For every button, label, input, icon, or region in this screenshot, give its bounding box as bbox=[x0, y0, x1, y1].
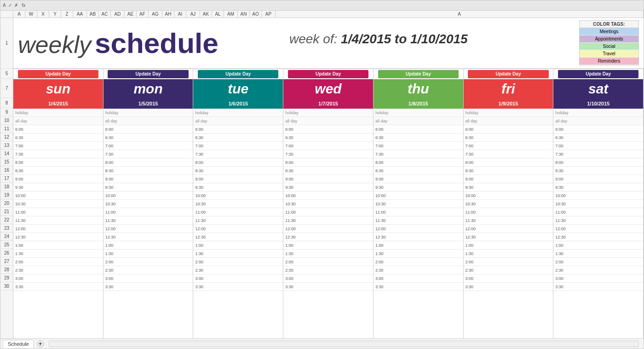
color-tags-box: COLOR TAGS: Meetings Appointments Social… bbox=[579, 20, 639, 65]
row-num-9: 9 bbox=[0, 108, 13, 116]
horizontal-scrollbar[interactable] bbox=[49, 341, 639, 347]
col-header-af: AF bbox=[137, 11, 149, 17]
sheet-tab-schedule[interactable]: Schedule bbox=[3, 340, 34, 348]
day-column-thu: Update Day thu 1/8/2015 holiday all day … bbox=[374, 69, 464, 338]
color-tag-reminders: Reminders bbox=[580, 58, 638, 65]
color-tag-travel: Travel bbox=[580, 50, 638, 58]
col-header-w: W bbox=[25, 11, 37, 17]
update-day-row-sun: Update Day bbox=[13, 69, 103, 79]
row-num-5: 5 bbox=[0, 69, 13, 79]
bottom-bar: Schedule + bbox=[0, 338, 644, 349]
spreadsheet-wrapper: A ✓ ✗ fx A W X Y Z AA AB AC AD AE AF AG … bbox=[0, 0, 644, 349]
day-date-thu: 1/8/2015 bbox=[374, 99, 463, 109]
time-row-930: 9:30 bbox=[13, 183, 103, 192]
time-row-100: 1:00 bbox=[13, 241, 103, 250]
top-bar: A ✓ ✗ fx bbox=[0, 0, 644, 11]
time-row-800: 8:00 bbox=[13, 158, 103, 167]
update-day-row-thu: Update Day bbox=[374, 69, 463, 79]
color-tag-social: Social bbox=[580, 43, 638, 50]
title-cursive-text: weekly bbox=[18, 31, 91, 58]
row-num-23: 23 bbox=[0, 224, 13, 233]
time-rows-tue: holiday all day 6:00 6:30 7:00 7:30 8:00… bbox=[193, 109, 283, 338]
col-header-al: AL bbox=[212, 11, 224, 17]
row-num-21: 21 bbox=[0, 208, 13, 216]
color-tag-meetings: Meetings bbox=[580, 28, 638, 35]
col-header-x: X bbox=[37, 11, 49, 17]
row-num-30: 30 bbox=[0, 282, 13, 291]
row-num-19: 19 bbox=[0, 191, 13, 199]
time-row-300: 3:00 bbox=[13, 274, 103, 283]
time-row-230: 2:30 bbox=[13, 266, 103, 274]
add-sheet-button[interactable]: + bbox=[37, 340, 44, 348]
time-row-1100: 11:00 bbox=[13, 208, 103, 216]
row-num-20: 20 bbox=[0, 199, 13, 208]
corner-cell bbox=[0, 11, 13, 17]
time-row-holiday-mon: holiday bbox=[104, 109, 193, 117]
row-num-17: 17 bbox=[0, 174, 13, 183]
update-day-btn-wed[interactable]: Update Day bbox=[288, 70, 368, 78]
row-num-24: 24 bbox=[0, 233, 13, 241]
col-header-aa: AA bbox=[73, 11, 87, 17]
update-day-row-sat: Update Day bbox=[553, 69, 643, 79]
row-num-16: 16 bbox=[0, 166, 13, 174]
row-num-25: 25 bbox=[0, 241, 13, 249]
update-day-btn-mon[interactable]: Update Day bbox=[108, 70, 188, 78]
time-rows-sun: holiday all day 6:00 6:30 7:00 7:30 8:00… bbox=[13, 109, 103, 338]
update-day-row-wed: Update Day bbox=[283, 69, 373, 79]
day-date-tue: 1/6/2015 bbox=[193, 99, 283, 109]
schedule-grid: weekly schedule week of: 1/4/2015 to 1/1… bbox=[13, 18, 644, 338]
row-num-12: 12 bbox=[0, 133, 13, 141]
time-row-200: 2:00 bbox=[13, 258, 103, 266]
row-num-13: 13 bbox=[0, 141, 13, 150]
update-day-btn-tue[interactable]: Update Day bbox=[198, 70, 278, 78]
row-num-8: 8 bbox=[0, 98, 13, 108]
day-column-fri: Update Day fri 1/9/2015 holiday all day … bbox=[464, 69, 554, 338]
day-name-thu: thu bbox=[374, 79, 463, 99]
col-header-an: AN bbox=[238, 11, 250, 17]
time-row-730: 7:30 bbox=[13, 150, 103, 158]
weekly-title-cursive: weekly schedule bbox=[18, 27, 218, 59]
title-bold-text: schedule bbox=[95, 27, 218, 59]
col-header-ad: AD bbox=[111, 11, 125, 17]
formula-bar: A ✓ ✗ fx bbox=[3, 3, 25, 8]
row-num-22: 22 bbox=[0, 216, 13, 224]
time-row-700: 7:00 bbox=[13, 142, 103, 150]
row-num-15: 15 bbox=[0, 158, 13, 166]
time-rows-wed: holiday all day 6:00 6:30 7:00 7:30 8:00… bbox=[283, 109, 373, 338]
row-num-29: 29 bbox=[0, 274, 13, 282]
time-row-allday-mon: all day bbox=[104, 117, 193, 125]
col-header-ai: AI bbox=[174, 11, 186, 17]
title-row: weekly schedule week of: 1/4/2015 to 1/1… bbox=[13, 18, 644, 69]
row-num-28: 28 bbox=[0, 266, 13, 274]
week-of-label: week of: bbox=[289, 32, 337, 46]
time-row-1000: 10:00 bbox=[13, 192, 103, 200]
time-row-1130: 11:30 bbox=[13, 216, 103, 225]
col-header-z: Z bbox=[61, 11, 73, 17]
update-day-btn-thu[interactable]: Update Day bbox=[378, 70, 459, 78]
week-dates: 1/4/2015 to 1/10/2015 bbox=[341, 32, 468, 46]
time-row-1200: 12:00 bbox=[13, 225, 103, 233]
col-header-ag: AG bbox=[149, 11, 162, 17]
day-name-tue: tue bbox=[193, 79, 283, 99]
col-header-ah: AH bbox=[162, 11, 174, 17]
color-tags-title: COLOR TAGS: bbox=[580, 21, 638, 28]
update-day-row-mon: Update Day bbox=[104, 69, 193, 79]
day-name-sun: sun bbox=[13, 79, 103, 99]
time-row-1230: 12:30 bbox=[13, 233, 103, 241]
update-day-btn-sun[interactable]: Update Day bbox=[18, 70, 98, 78]
day-column-tue: Update Day tue 1/6/2015 holiday all day … bbox=[193, 69, 283, 338]
col-header-end: A bbox=[276, 11, 644, 17]
time-row-130: 1:30 bbox=[13, 250, 103, 258]
col-header-ac: AC bbox=[99, 11, 111, 17]
time-row-1030: 10:30 bbox=[13, 200, 103, 208]
day-column-sat: Update Day sat 1/10/2015 holiday all day… bbox=[553, 69, 644, 338]
day-name-mon: mon bbox=[104, 79, 193, 99]
update-day-btn-sat[interactable]: Update Day bbox=[558, 70, 638, 78]
row-num-10: 10 bbox=[0, 116, 13, 125]
day-column-wed: Update Day wed 1/7/2015 holiday all day … bbox=[283, 69, 374, 338]
update-day-btn-fri[interactable]: Update Day bbox=[468, 70, 548, 78]
day-date-mon: 1/5/2015 bbox=[104, 99, 193, 109]
row-numbers: 1 5 7 8 9 10 11 12 13 14 15 16 17 18 19 … bbox=[0, 18, 13, 338]
time-row-830: 8:30 bbox=[13, 167, 103, 175]
col-header-ap: AP bbox=[262, 11, 276, 17]
